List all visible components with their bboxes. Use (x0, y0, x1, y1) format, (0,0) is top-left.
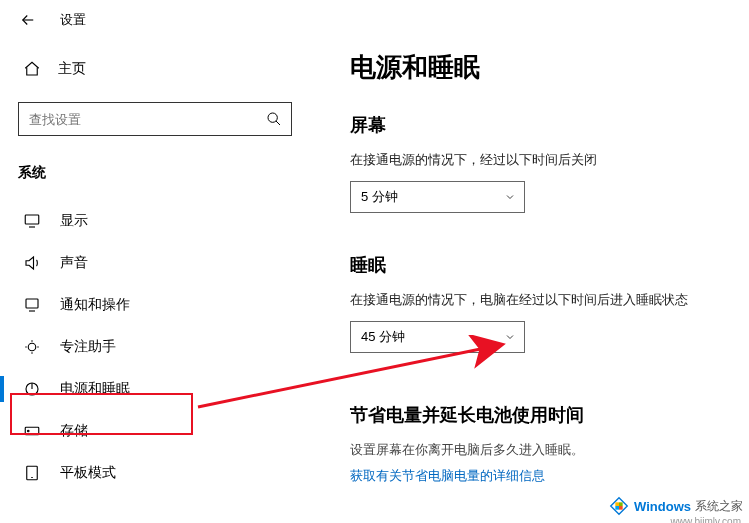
svg-point-5 (28, 430, 30, 432)
svg-rect-2 (26, 299, 38, 308)
sidebar-item-tablet[interactable]: 平板模式 (14, 452, 292, 494)
svg-point-0 (268, 113, 277, 122)
sleep-timeout-select[interactable]: 45 分钟 (350, 321, 525, 353)
watermark: Windows 系统之家 (608, 495, 743, 517)
watermark-suffix: 系统之家 (695, 498, 743, 515)
active-indicator (0, 376, 4, 402)
search-icon (257, 111, 291, 127)
screen-desc: 在接通电源的情况下，经过以下时间后关闭 (350, 151, 729, 169)
power-icon (20, 380, 44, 398)
sidebar: 主页 系统 显示 声音 (0, 40, 310, 523)
screen-timeout-value: 5 分钟 (361, 188, 398, 206)
sound-icon (20, 254, 44, 272)
sidebar-item-label: 存储 (60, 422, 88, 440)
sidebar-item-label: 显示 (60, 212, 88, 230)
svg-rect-8 (615, 502, 619, 506)
main-content: 电源和睡眠 屏幕 在接通电源的情况下，经过以下时间后关闭 5 分钟 睡眠 在接通… (310, 40, 749, 523)
save-desc: 设置屏幕在你离开电脑后多久进入睡眠。 (350, 441, 729, 459)
svg-rect-11 (619, 506, 623, 510)
sleep-timeout-value: 45 分钟 (361, 328, 405, 346)
sidebar-item-label: 平板模式 (60, 464, 116, 482)
sleep-desc: 在接通电源的情况下，电脑在经过以下时间后进入睡眠状态 (350, 291, 729, 309)
arrow-left-icon (19, 11, 37, 29)
back-button[interactable] (12, 4, 44, 36)
sidebar-item-label: 电源和睡眠 (60, 380, 130, 398)
sidebar-item-notifications[interactable]: 通知和操作 (14, 284, 292, 326)
screen-section-title: 屏幕 (350, 113, 729, 137)
chevron-down-icon (504, 191, 516, 203)
svg-rect-10 (615, 506, 619, 510)
page-title: 电源和睡眠 (350, 50, 729, 85)
sidebar-item-label: 专注助手 (60, 338, 116, 356)
sidebar-item-focus[interactable]: 专注助手 (14, 326, 292, 368)
notifications-icon (20, 296, 44, 314)
sidebar-item-sound[interactable]: 声音 (14, 242, 292, 284)
watermark-url: www.bjjmlv.com (671, 516, 741, 523)
sidebar-item-label: 通知和操作 (60, 296, 130, 314)
category-label: 系统 (18, 164, 292, 182)
save-section-title: 节省电量并延长电池使用时间 (350, 403, 729, 427)
search-input[interactable] (19, 112, 257, 127)
sleep-section-title: 睡眠 (350, 253, 729, 277)
home-label: 主页 (58, 60, 86, 78)
tablet-icon (20, 464, 44, 482)
display-icon (20, 212, 44, 230)
sidebar-item-label: 声音 (60, 254, 88, 272)
sidebar-item-power-sleep[interactable]: 电源和睡眠 (14, 368, 292, 410)
home-nav[interactable]: 主页 (18, 50, 292, 88)
focus-icon (20, 338, 44, 356)
windows-logo-icon (608, 495, 630, 517)
save-more-link[interactable]: 获取有关节省电脑电量的详细信息 (350, 467, 729, 485)
svg-rect-9 (619, 502, 623, 506)
app-title: 设置 (60, 11, 86, 29)
sidebar-item-storage[interactable]: 存储 (14, 410, 292, 452)
sidebar-item-display[interactable]: 显示 (14, 200, 292, 242)
storage-icon (20, 422, 44, 440)
svg-rect-1 (25, 215, 39, 224)
watermark-brand: Windows (634, 499, 691, 514)
chevron-down-icon (504, 331, 516, 343)
search-input-wrap[interactable] (18, 102, 292, 136)
home-icon (20, 60, 44, 78)
screen-timeout-select[interactable]: 5 分钟 (350, 181, 525, 213)
